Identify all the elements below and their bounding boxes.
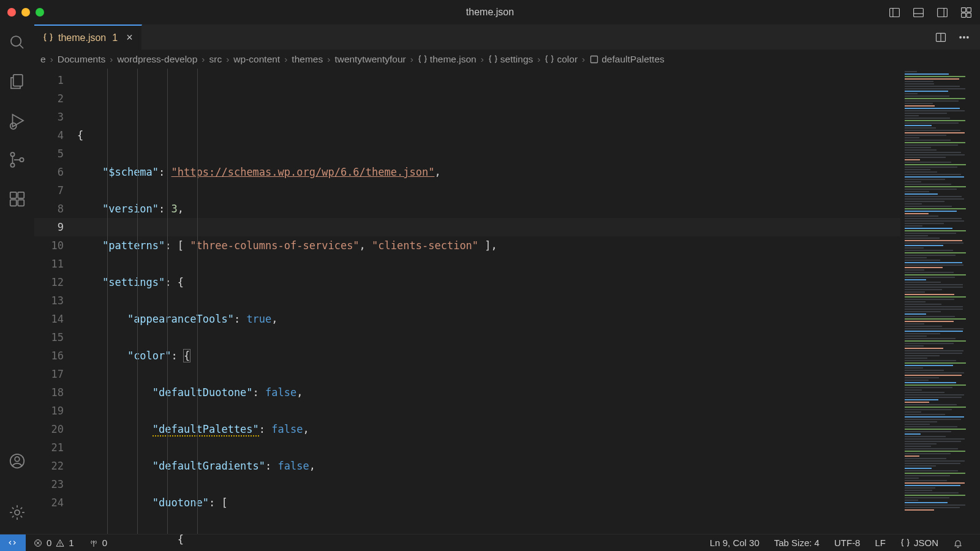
warning-icon	[55, 538, 65, 548]
svg-rect-8	[962, 13, 966, 17]
titlebar: theme.json	[0, 0, 980, 24]
source-control-icon[interactable]	[8, 151, 26, 169]
svg-point-15	[10, 163, 14, 167]
customize-layout-icon[interactable]	[960, 6, 973, 19]
svg-rect-12	[13, 75, 23, 86]
tab-close-icon[interactable]: ×	[126, 31, 133, 44]
window-title: theme.json	[466, 7, 514, 18]
braces-icon	[900, 538, 910, 548]
extensions-icon[interactable]	[8, 190, 26, 208]
crumb-symbol[interactable]: defaultPalettes	[601, 54, 665, 65]
crumb-symbol[interactable]: color	[557, 54, 578, 65]
svg-rect-7	[967, 7, 971, 12]
svg-rect-20	[18, 192, 24, 198]
accounts-icon[interactable]	[8, 452, 26, 470]
tab-theme-json[interactable]: theme.json 1 ×	[34, 24, 142, 50]
svg-point-26	[960, 36, 962, 38]
tab-bar: theme.json 1 ×	[34, 24, 980, 50]
svg-rect-19	[18, 200, 24, 206]
close-window[interactable]	[7, 8, 16, 17]
json-file-icon	[43, 32, 53, 43]
svg-rect-9	[967, 13, 971, 17]
line-gutter: 123456789101112131415161718192021222324	[34, 69, 77, 534]
settings-gear-icon[interactable]	[8, 503, 26, 522]
crumb[interactable]: wordpress-develop	[117, 54, 197, 65]
crumb[interactable]: twentytwentyfour	[334, 54, 405, 65]
code-content[interactable]: { "$schema": "https://schemas.wp.org/wp/…	[77, 69, 900, 534]
svg-point-28	[967, 36, 969, 38]
svg-rect-0	[890, 8, 900, 17]
maximize-window[interactable]	[36, 8, 44, 17]
error-icon	[33, 538, 43, 548]
svg-point-22	[15, 457, 20, 462]
crumb[interactable]: themes	[292, 54, 323, 65]
crumb-prefix: e	[40, 54, 46, 65]
svg-point-16	[20, 158, 23, 162]
svg-point-34	[60, 545, 61, 545]
remote-indicator[interactable]	[0, 534, 26, 551]
tab-label: theme.json	[58, 32, 106, 43]
minimize-window[interactable]	[21, 8, 30, 17]
activity-bar	[0, 24, 34, 534]
crumb[interactable]: src	[209, 54, 222, 65]
svg-point-27	[963, 36, 965, 38]
toggle-secondary-sidebar-icon[interactable]	[936, 6, 949, 19]
notifications[interactable]	[946, 538, 970, 548]
breadcrumbs[interactable]: e› Documents› wordpress-develop› src› wp…	[34, 50, 980, 69]
svg-rect-2	[914, 8, 924, 17]
crumb-symbol[interactable]: settings	[500, 54, 533, 65]
layout-controls	[888, 6, 973, 19]
svg-rect-17	[10, 192, 17, 198]
search-icon[interactable]	[8, 33, 26, 51]
editor[interactable]: 123456789101112131415161718192021222324 …	[34, 69, 980, 534]
svg-rect-6	[962, 7, 966, 12]
crumb[interactable]: Documents	[58, 54, 105, 65]
run-debug-icon[interactable]	[8, 111, 26, 130]
tab-dirty-marker: 1	[112, 32, 118, 43]
crumb-file[interactable]: theme.json	[430, 54, 477, 65]
svg-rect-4	[938, 8, 948, 17]
svg-point-14	[10, 152, 14, 156]
split-editor-icon[interactable]	[935, 31, 947, 43]
window-controls	[7, 8, 44, 17]
toggle-panel-icon[interactable]	[912, 6, 925, 19]
svg-point-23	[15, 510, 20, 515]
svg-point-10	[11, 36, 21, 46]
more-actions-icon[interactable]	[958, 31, 970, 43]
svg-line-11	[20, 45, 23, 48]
array-icon	[589, 54, 599, 64]
minimap[interactable]	[900, 69, 980, 534]
toggle-primary-sidebar-icon[interactable]	[888, 6, 901, 19]
svg-rect-29	[591, 56, 598, 63]
remote-icon	[8, 538, 18, 548]
crumb[interactable]: wp-content	[233, 54, 280, 65]
braces-icon	[545, 54, 554, 64]
braces-icon	[488, 54, 498, 64]
problems[interactable]: 0 1	[26, 538, 81, 548]
bell-icon	[953, 538, 963, 548]
language-mode[interactable]: JSON	[893, 538, 946, 548]
svg-rect-18	[10, 200, 17, 206]
json-file-icon	[418, 54, 428, 64]
explorer-icon[interactable]	[8, 72, 26, 91]
